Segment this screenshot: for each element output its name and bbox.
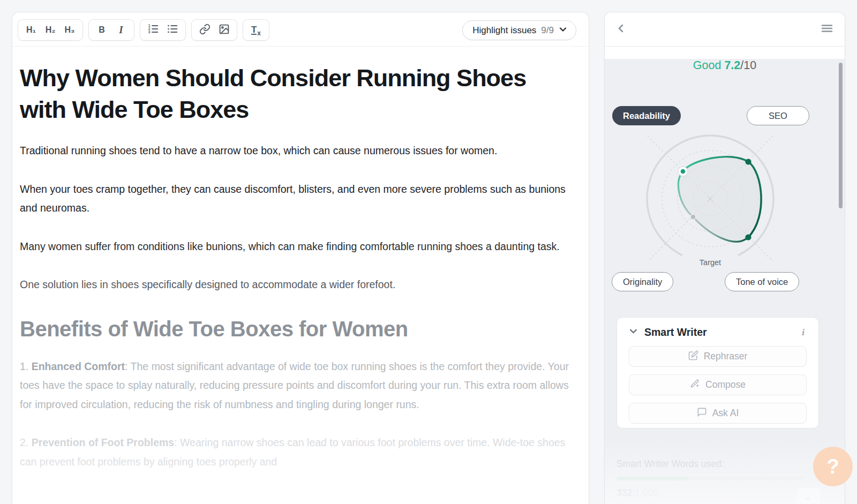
originality-pill[interactable]: Originality xyxy=(612,272,673,291)
help-button[interactable]: ? xyxy=(813,447,853,486)
compose-button[interactable]: Compose xyxy=(629,374,807,395)
panel-header xyxy=(605,12,845,47)
collapse-panel-button[interactable] xyxy=(617,24,625,35)
add-words-button[interactable]: + xyxy=(796,487,821,504)
clear-formatting-button[interactable]: Tx xyxy=(246,21,266,39)
tone-of-voice-pill[interactable]: Tone of voice xyxy=(725,272,799,291)
chevron-down-icon xyxy=(629,327,638,338)
paragraph[interactable]: One solution lies in shoes specifically … xyxy=(20,275,572,295)
list-buttons-group: 1 2 3 xyxy=(140,19,186,41)
h3-button[interactable]: H₃ xyxy=(60,21,79,39)
compose-pen-icon xyxy=(690,379,700,392)
list-item[interactable]: 2. Prevention of Foot Problems: Wearing … xyxy=(20,433,572,471)
document-editor[interactable]: Why Women Should Consider Running Shoes … xyxy=(12,47,589,471)
chat-bubble-icon xyxy=(697,407,707,420)
words-used-progress-fill xyxy=(617,477,688,480)
ordered-list-icon: 1 2 3 xyxy=(147,23,159,37)
seo-pill[interactable]: SEO xyxy=(747,106,809,125)
paragraph[interactable]: Many women suffer from conditions like b… xyxy=(20,237,572,257)
paragraph[interactable]: When your toes cramp together, they can … xyxy=(20,180,572,218)
rephrase-edit-icon xyxy=(688,350,698,363)
seo-point xyxy=(745,159,751,164)
h1-button[interactable]: H₁ xyxy=(21,21,41,39)
italic-button[interactable]: I xyxy=(111,21,131,39)
h2-button[interactable]: H₂ xyxy=(41,21,60,39)
words-used-section: Smart Writer Words used: 332/1,000 + xyxy=(617,458,819,499)
words-used-label: Smart Writer Words used: xyxy=(617,458,819,470)
smart-writer-title: Smart Writer xyxy=(644,326,793,338)
highlight-issues-count: 9/9 xyxy=(541,25,554,36)
image-button[interactable] xyxy=(214,21,234,39)
tone-of-voice-point xyxy=(745,234,751,240)
ordered-list-button[interactable]: 1 2 3 xyxy=(144,21,163,39)
panel-body: Good 7.2/10 xyxy=(605,59,845,504)
bullet-list-button[interactable] xyxy=(163,21,182,39)
heading-buttons-group: H₁ H₂ H₃ xyxy=(18,19,83,41)
chevron-left-icon xyxy=(617,24,625,35)
highlight-issues-label: Highlight issues xyxy=(472,25,536,36)
bold-button[interactable]: B xyxy=(92,21,111,39)
smart-writer-card: Smart Writer i Rephraser xyxy=(617,317,819,428)
editor-card: H₁ H₂ H₃ B I 1 2 3 xyxy=(12,12,589,504)
editor-toolbar: H₁ H₂ H₃ B I 1 2 3 xyxy=(12,12,589,47)
highlight-issues-dropdown[interactable]: Highlight issues 9/9 xyxy=(462,20,576,40)
section-heading[interactable]: Benefits of Wide Toe Boxes for Women xyxy=(20,317,577,341)
ask-ai-button[interactable]: Ask AI xyxy=(629,403,807,424)
paragraph[interactable]: Traditional running shoes tend to have a… xyxy=(20,141,572,161)
link-icon xyxy=(199,24,211,37)
link-button[interactable] xyxy=(195,21,214,39)
words-used-progressbar xyxy=(617,477,805,480)
hamburger-menu-icon xyxy=(821,24,833,35)
rephraser-button[interactable]: Rephraser xyxy=(629,346,807,367)
chevron-down-icon xyxy=(559,25,567,36)
clear-format-group: Tx xyxy=(243,19,269,41)
originality-point xyxy=(690,214,696,220)
panel-scrollbar[interactable] xyxy=(839,63,843,208)
readability-point xyxy=(678,167,688,176)
words-used-count: 332/1,000 xyxy=(617,487,819,499)
smart-writer-header[interactable]: Smart Writer i xyxy=(629,326,807,338)
panel-menu-button[interactable] xyxy=(821,24,833,35)
list-item[interactable]: 1. Enhanced Comfort: The most significan… xyxy=(20,357,572,415)
readability-pill[interactable]: Readability xyxy=(612,106,681,125)
svg-text:3: 3 xyxy=(148,30,151,34)
format-buttons-group: B I xyxy=(88,19,134,41)
document-title[interactable]: Why Women Should Consider Running Shoes … xyxy=(20,63,547,125)
image-icon xyxy=(219,24,230,37)
assistant-panel: Good 7.2/10 xyxy=(604,12,845,504)
target-label: Target xyxy=(689,258,732,267)
insert-buttons-group xyxy=(191,19,237,41)
bullet-list-icon xyxy=(167,23,178,37)
info-icon[interactable]: i xyxy=(800,327,807,338)
